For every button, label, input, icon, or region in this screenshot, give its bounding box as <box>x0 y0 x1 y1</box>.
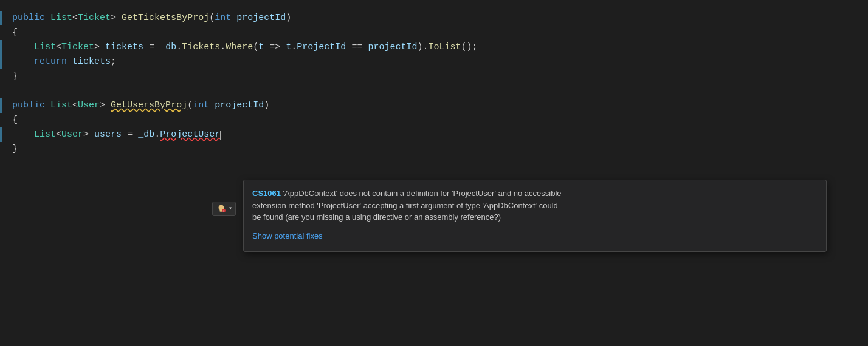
svg-text:✕: ✕ <box>222 209 224 213</box>
line-7-content: public List<User> GetUsersByProj(int pro… <box>12 98 269 113</box>
line-indicator-4 <box>0 55 2 69</box>
line-8-content: { <box>12 113 18 127</box>
code-line-1: public List<Ticket> GetTicketsByProj(int… <box>0 11 868 25</box>
line-indicator-7 <box>0 98 2 113</box>
code-line-9: List<User> users = _db.ProjectUser <box>0 127 868 142</box>
line-indicator-1 <box>0 11 2 25</box>
line-5-content: } <box>12 69 18 84</box>
lightbulb-icon: ✕ <box>216 203 227 214</box>
code-editor: public List<Ticket> GetTicketsByProj(int… <box>0 0 868 346</box>
lightbulb-svg-icon: ✕ <box>216 204 226 214</box>
line-9-content: List<User> users = _db.ProjectUser <box>12 127 221 142</box>
lightbulb-widget[interactable]: ✕ ▾ <box>212 202 236 216</box>
code-line-8: { <box>0 113 868 127</box>
show-potential-fixes-link[interactable]: Show potential fixes <box>252 230 323 243</box>
code-line-10: } <box>0 142 868 157</box>
line-2-content: { <box>12 25 18 40</box>
line-1-content: public List<Ticket> GetTicketsByProj(int… <box>12 11 291 25</box>
code-line-4: return tickets; <box>0 55 868 69</box>
error-tooltip: CS1061 'AppDbContext' does not contain a… <box>243 180 827 252</box>
text-cursor <box>220 131 221 140</box>
line-4-content: return tickets; <box>12 55 116 69</box>
line-10-content: } <box>12 142 18 157</box>
code-line-5: } <box>0 69 868 84</box>
chevron-down-icon: ▾ <box>229 206 232 212</box>
line-6-content <box>12 84 18 98</box>
error-message-text: CS1061 'AppDbContext' does not contain a… <box>252 188 818 223</box>
error-code: CS1061 <box>252 189 281 198</box>
code-line-2: { <box>0 25 868 40</box>
quick-fix-button[interactable]: ✕ ▾ <box>212 202 236 216</box>
code-line-7: public List<User> GetUsersByProj(int pro… <box>0 98 868 113</box>
line-indicator-3 <box>0 40 2 55</box>
svg-rect-1 <box>220 212 222 212</box>
error-description: 'AppDbContext' does not contain a defini… <box>252 189 562 222</box>
code-line-3: List<Ticket> tickets = _db.Tickets.Where… <box>0 40 868 55</box>
line-indicator-9 <box>0 127 2 142</box>
code-line-6 <box>0 84 868 98</box>
line-3-content: List<Ticket> tickets = _db.Tickets.Where… <box>12 40 477 55</box>
